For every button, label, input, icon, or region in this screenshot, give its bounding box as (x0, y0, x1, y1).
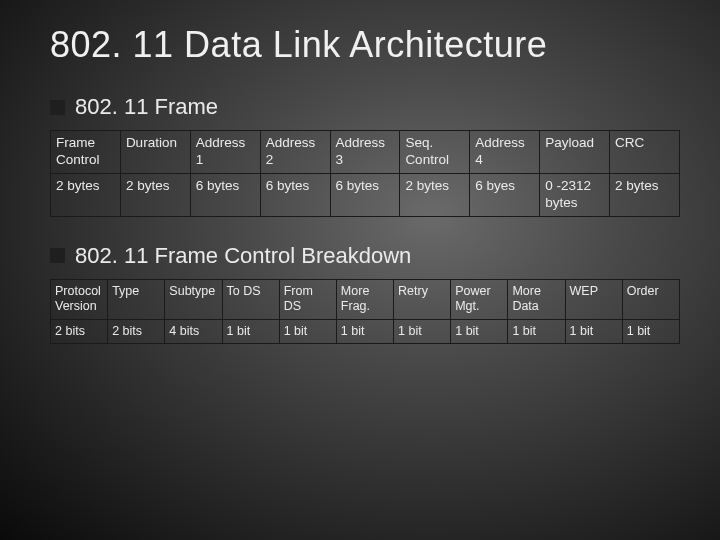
bullet-icon (50, 248, 65, 263)
cell: Power Mgt. (451, 279, 508, 319)
cell: 1 bit (394, 319, 451, 344)
cell: Duration (120, 131, 190, 174)
cell: 4 bits (165, 319, 222, 344)
cell: Frame Control (51, 131, 121, 174)
cell: Type (108, 279, 165, 319)
cell: 1 bit (336, 319, 393, 344)
cell: Address 4 (470, 131, 540, 174)
section-heading-frame-label: 802. 11 Frame (75, 94, 218, 120)
cell: 2 bytes (120, 173, 190, 216)
cell: 2 bytes (400, 173, 470, 216)
cell: 2 bits (51, 319, 108, 344)
cell: More Data (508, 279, 565, 319)
frame-table: Frame Control Duration Address 1 Address… (50, 130, 680, 217)
cell: 1 bit (451, 319, 508, 344)
section-heading-frame-control-label: 802. 11 Frame Control Breakdown (75, 243, 411, 269)
cell: 2 bytes (51, 173, 121, 216)
cell: From DS (279, 279, 336, 319)
bullet-icon (50, 100, 65, 115)
table-row: 2 bits 2 bits 4 bits 1 bit 1 bit 1 bit 1… (51, 319, 680, 344)
cell: WEP (565, 279, 622, 319)
cell: 1 bit (279, 319, 336, 344)
cell: 6 bytes (330, 173, 400, 216)
cell: Address 1 (190, 131, 260, 174)
table-row: Protocol Version Type Subtype To DS From… (51, 279, 680, 319)
cell: Seq. Control (400, 131, 470, 174)
cell: Subtype (165, 279, 222, 319)
cell: 1 bit (222, 319, 279, 344)
table-row: Frame Control Duration Address 1 Address… (51, 131, 680, 174)
table-row: 2 bytes 2 bytes 6 bytes 6 bytes 6 bytes … (51, 173, 680, 216)
cell: 6 bytes (190, 173, 260, 216)
cell: 2 bytes (610, 173, 680, 216)
cell: Protocol Version (51, 279, 108, 319)
frame-control-table: Protocol Version Type Subtype To DS From… (50, 279, 680, 345)
cell: Address 2 (260, 131, 330, 174)
cell: 2 bits (108, 319, 165, 344)
cell: Order (622, 279, 679, 319)
cell: 0 -2312 bytes (540, 173, 610, 216)
cell: 1 bit (508, 319, 565, 344)
cell: 1 bit (565, 319, 622, 344)
cell: 6 bytes (260, 173, 330, 216)
page-title: 802. 11 Data Link Architecture (50, 24, 680, 66)
section-heading-frame-control: 802. 11 Frame Control Breakdown (50, 243, 680, 269)
cell: More Frag. (336, 279, 393, 319)
section-heading-frame: 802. 11 Frame (50, 94, 680, 120)
slide: 802. 11 Data Link Architecture 802. 11 F… (0, 0, 720, 344)
cell: 6 byes (470, 173, 540, 216)
cell: To DS (222, 279, 279, 319)
cell: CRC (610, 131, 680, 174)
cell: Payload (540, 131, 610, 174)
cell: Retry (394, 279, 451, 319)
cell: 1 bit (622, 319, 679, 344)
cell: Address 3 (330, 131, 400, 174)
